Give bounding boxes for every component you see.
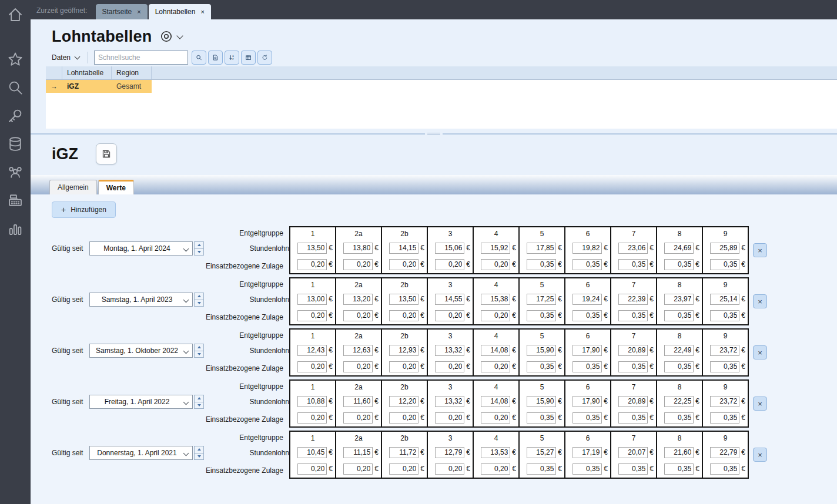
zulage-input[interactable]	[572, 310, 602, 321]
spinner-up-button[interactable]	[195, 344, 203, 351]
stundenlohn-input[interactable]	[389, 345, 418, 356]
zulage-input[interactable]	[710, 361, 739, 372]
stundenlohn-input[interactable]	[572, 243, 602, 254]
stundenlohn-input[interactable]	[435, 396, 464, 407]
grid-header-region[interactable]: Region	[112, 66, 152, 79]
stundenlohn-input[interactable]	[389, 294, 418, 305]
database-icon[interactable]	[6, 135, 24, 153]
sort-button[interactable]: az	[225, 51, 239, 65]
tab-startseite-close-icon[interactable]: ×	[137, 8, 140, 15]
cash-register-icon[interactable]	[6, 191, 24, 209]
delete-block-button[interactable]: ×	[753, 345, 767, 359]
zulage-input[interactable]	[389, 310, 418, 321]
zulage-input[interactable]	[435, 259, 464, 270]
zulage-input[interactable]	[618, 259, 648, 270]
delete-block-button[interactable]: ×	[753, 243, 767, 257]
zulage-input[interactable]	[297, 259, 327, 270]
stundenlohn-input[interactable]	[343, 294, 373, 305]
stundenlohn-input[interactable]	[572, 447, 602, 458]
tab-lohntabellen[interactable]: Lohntabellen ×	[149, 4, 211, 19]
stundenlohn-input[interactable]	[297, 396, 327, 407]
stundenlohn-input[interactable]	[343, 396, 373, 407]
grid-header-lohntabelle[interactable]: Lohntabelle	[62, 66, 112, 79]
date-spinner[interactable]	[194, 446, 204, 460]
tab-werte[interactable]: Werte	[98, 180, 134, 194]
gueltig-seit-select[interactable]: Samstag, 1. April 2023	[89, 293, 193, 307]
date-spinner[interactable]	[194, 293, 204, 307]
tab-lohntabellen-close-icon[interactable]: ×	[200, 8, 204, 15]
stundenlohn-input[interactable]	[389, 243, 418, 254]
stundenlohn-input[interactable]	[572, 345, 602, 356]
zulage-input[interactable]	[664, 463, 694, 475]
zulage-input[interactable]	[389, 259, 418, 270]
stundenlohn-input[interactable]	[664, 243, 694, 254]
zulage-input[interactable]	[343, 310, 373, 321]
stundenlohn-input[interactable]	[481, 243, 510, 254]
zulage-input[interactable]	[618, 310, 648, 321]
spinner-up-button[interactable]	[195, 395, 203, 402]
stundenlohn-input[interactable]	[710, 345, 739, 356]
zulage-input[interactable]	[527, 412, 556, 424]
stundenlohn-input[interactable]	[572, 396, 602, 407]
stundenlohn-input[interactable]	[710, 396, 739, 407]
spinner-down-button[interactable]	[195, 453, 203, 460]
spinner-up-button[interactable]	[195, 446, 203, 453]
stundenlohn-input[interactable]	[527, 447, 556, 458]
bar-chart-icon[interactable]	[6, 220, 24, 237]
zulage-input[interactable]	[435, 310, 464, 321]
stundenlohn-input[interactable]	[389, 447, 418, 458]
stundenlohn-input[interactable]	[435, 243, 464, 254]
zulage-input[interactable]	[527, 361, 556, 372]
stundenlohn-input[interactable]	[572, 294, 602, 305]
daten-dropdown[interactable]: Daten	[52, 53, 79, 62]
zulage-input[interactable]	[572, 259, 602, 270]
stundenlohn-input[interactable]	[297, 447, 327, 458]
tab-allgemein[interactable]: Allgemein	[49, 180, 97, 194]
stundenlohn-input[interactable]	[710, 294, 739, 305]
zulage-input[interactable]	[572, 463, 602, 475]
stundenlohn-input[interactable]	[481, 396, 510, 407]
file-preview-button[interactable]	[208, 51, 223, 65]
zulage-input[interactable]	[572, 412, 602, 424]
zulage-input[interactable]	[572, 361, 602, 372]
stundenlohn-input[interactable]	[343, 243, 373, 254]
gueltig-seit-select[interactable]: Donnerstag, 1. April 2021	[89, 446, 193, 460]
zulage-input[interactable]	[664, 412, 694, 424]
stundenlohn-input[interactable]	[343, 447, 373, 458]
zulage-input[interactable]	[664, 310, 694, 321]
spinner-up-button[interactable]	[195, 293, 203, 300]
stundenlohn-input[interactable]	[343, 345, 373, 356]
stundenlohn-input[interactable]	[435, 447, 464, 458]
stundenlohn-input[interactable]	[527, 396, 556, 407]
zulage-input[interactable]	[481, 412, 510, 424]
date-spinner[interactable]	[194, 395, 204, 409]
stundenlohn-input[interactable]	[618, 345, 648, 356]
zulage-input[interactable]	[664, 361, 694, 372]
zulage-input[interactable]	[710, 259, 739, 270]
stundenlohn-input[interactable]	[664, 345, 694, 356]
zulage-input[interactable]	[297, 463, 327, 475]
stundenlohn-input[interactable]	[618, 294, 648, 305]
users-icon[interactable]	[6, 163, 24, 181]
zulage-input[interactable]	[297, 310, 327, 321]
horizontal-splitter[interactable]	[31, 131, 837, 137]
spinner-down-button[interactable]	[195, 248, 203, 256]
zulage-input[interactable]	[389, 412, 418, 424]
spinner-down-button[interactable]	[195, 351, 203, 358]
zulage-input[interactable]	[481, 310, 510, 321]
zulage-input[interactable]	[710, 310, 739, 321]
stundenlohn-input[interactable]	[618, 396, 648, 407]
stundenlohn-input[interactable]	[664, 396, 694, 407]
zulage-input[interactable]	[481, 259, 510, 270]
add-button[interactable]: + Hinzufügen	[52, 201, 116, 218]
gueltig-seit-select[interactable]: Freitag, 1. April 2022	[89, 395, 193, 409]
zulage-input[interactable]	[618, 412, 648, 424]
stundenlohn-input[interactable]	[297, 345, 327, 356]
zulage-input[interactable]	[618, 361, 648, 372]
spinner-up-button[interactable]	[195, 242, 203, 248]
refresh-button[interactable]	[257, 51, 272, 65]
zulage-input[interactable]	[481, 361, 510, 372]
zulage-input[interactable]	[343, 361, 373, 372]
zulage-input[interactable]	[297, 361, 327, 372]
date-spinner[interactable]	[194, 241, 204, 256]
